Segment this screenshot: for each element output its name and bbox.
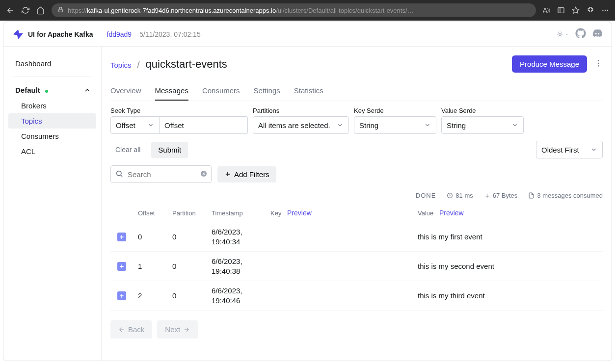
cluster-name: Default bbox=[15, 86, 40, 94]
status-done: DONE bbox=[416, 192, 436, 199]
build-timestamp: 5/11/2023, 07:02:15 bbox=[139, 30, 201, 38]
key-preview-link[interactable]: Preview bbox=[287, 209, 312, 217]
value-serde-label: Value Serde bbox=[441, 107, 524, 114]
expand-row-button[interactable]: + bbox=[117, 233, 126, 241]
search-icon bbox=[115, 170, 123, 179]
clear-search-icon[interactable] bbox=[200, 170, 208, 179]
expand-row-button[interactable]: + bbox=[117, 291, 126, 300]
stat-time: 81 ms bbox=[447, 192, 473, 199]
cell-value: this is my second event bbox=[418, 262, 600, 270]
browser-collections-icon[interactable] bbox=[557, 6, 565, 14]
breadcrumb-separator: / bbox=[137, 60, 140, 70]
tab-overview[interactable]: Overview bbox=[110, 81, 141, 101]
table-header: Offset Partition Timestamp Key Preview V… bbox=[110, 204, 603, 222]
cluster-toggle[interactable]: Default bbox=[3, 82, 101, 98]
partitions-value: All items are selected. bbox=[258, 121, 330, 130]
sidebar-item-acl[interactable]: ACL bbox=[3, 144, 101, 159]
chevron-down-icon bbox=[337, 122, 344, 129]
cell-partition: 0 bbox=[172, 291, 212, 300]
url-path: /ui/clusters/Default/all-topics/quicksta… bbox=[276, 7, 413, 14]
value-preview-link[interactable]: Preview bbox=[439, 209, 464, 217]
add-filters-label: Add Filters bbox=[234, 170, 269, 179]
browser-chrome: https://kafka-ui.gentlerock-7fad94d6.nor… bbox=[0, 0, 615, 21]
product-name: UI for Apache Kafka bbox=[28, 30, 93, 38]
col-partition: Partition bbox=[172, 209, 212, 217]
stats-row: DONE 81 ms 67 Bytes 3 messages consumed bbox=[110, 192, 603, 199]
cell-partition: 0 bbox=[172, 262, 212, 270]
col-value: Value Preview bbox=[418, 209, 600, 217]
tab-consumers[interactable]: Consumers bbox=[202, 81, 240, 101]
chevron-down-icon bbox=[590, 146, 597, 153]
more-actions-icon[interactable] bbox=[594, 59, 603, 69]
browser-refresh-icon[interactable] bbox=[22, 6, 29, 14]
svg-point-4 bbox=[602, 10, 603, 11]
cell-partition: 0 bbox=[172, 233, 212, 241]
sidebar-item-consumers[interactable]: Consumers bbox=[3, 129, 101, 144]
expand-row-button[interactable]: + bbox=[117, 262, 126, 271]
produce-message-button[interactable]: Produce Message bbox=[512, 55, 587, 73]
cell-timestamp: 6/6/2023, 19:40:46 bbox=[212, 286, 270, 305]
tab-statistics[interactable]: Statistics bbox=[294, 81, 323, 101]
url-bar[interactable]: https://kafka-ui.gentlerock-7fad94d6.nor… bbox=[52, 3, 536, 17]
sort-order-select[interactable]: Oldest First bbox=[536, 141, 603, 158]
partitions-label: Partitions bbox=[253, 107, 349, 114]
browser-favorite-icon[interactable] bbox=[572, 6, 580, 14]
stat-consumed: 3 messages consumed bbox=[528, 192, 603, 199]
sidebar-divider bbox=[13, 77, 91, 77]
clear-all-button[interactable]: Clear all bbox=[110, 143, 145, 156]
cell-value: this is my first event bbox=[418, 233, 600, 241]
browser-home-icon[interactable] bbox=[36, 6, 45, 15]
download-icon bbox=[484, 192, 490, 199]
svg-rect-1 bbox=[558, 8, 564, 13]
plus-icon bbox=[224, 171, 231, 178]
col-timestamp: Timestamp bbox=[212, 209, 270, 217]
sidebar-item-topics[interactable]: Topics bbox=[8, 113, 96, 129]
col-key: Key Preview bbox=[270, 209, 418, 217]
page-title: quickstart-events bbox=[146, 58, 227, 71]
seek-type-select[interactable]: Offset bbox=[110, 116, 160, 134]
main-content: Topics / quickstart-events Produce Messa… bbox=[102, 47, 612, 361]
chevron-down-icon bbox=[511, 122, 518, 129]
svg-point-6 bbox=[607, 10, 608, 11]
sidebar-dashboard[interactable]: Dashboard bbox=[3, 55, 101, 72]
file-icon bbox=[528, 192, 535, 199]
pagination: Back Next bbox=[110, 320, 603, 338]
cluster-status-dot bbox=[45, 90, 48, 93]
cell-offset: 0 bbox=[138, 233, 172, 241]
messages-table: Offset Partition Timestamp Key Preview V… bbox=[110, 204, 603, 311]
version-link[interactable]: fdd9ad9 bbox=[107, 30, 132, 38]
breadcrumb-parent[interactable]: Topics bbox=[110, 61, 132, 69]
chevron-down-icon bbox=[147, 122, 154, 129]
svg-point-11 bbox=[117, 171, 121, 176]
tab-settings[interactable]: Settings bbox=[254, 81, 280, 101]
browser-read-aloud-icon[interactable]: A)) bbox=[543, 6, 550, 14]
pager-next-label: Next bbox=[165, 325, 180, 334]
theme-toggle-icon[interactable] bbox=[557, 31, 569, 38]
browser-extensions-icon[interactable] bbox=[587, 6, 594, 14]
cell-timestamp: 6/6/2023, 19:40:38 bbox=[212, 257, 270, 276]
svg-rect-0 bbox=[59, 9, 63, 12]
svg-point-9 bbox=[598, 63, 599, 64]
pager-next-button[interactable]: Next bbox=[157, 320, 198, 338]
header-right bbox=[557, 28, 603, 40]
tab-messages[interactable]: Messages bbox=[155, 81, 188, 101]
sidebar-item-brokers[interactable]: Brokers bbox=[3, 98, 101, 113]
table-row: +006/6/2023, 19:40:34this is my first ev… bbox=[110, 222, 603, 252]
seek-offset-input[interactable]: Offset bbox=[160, 116, 248, 134]
app-logo[interactable]: UI for Apache Kafka bbox=[12, 28, 93, 40]
search-box bbox=[110, 165, 212, 183]
key-serde-select[interactable]: String bbox=[354, 116, 436, 134]
submit-button[interactable]: Submit bbox=[151, 142, 188, 158]
app-window: UI for Apache Kafka fdd9ad9 5/11/2023, 0… bbox=[3, 22, 612, 361]
browser-back-icon[interactable] bbox=[6, 6, 15, 15]
browser-menu-icon[interactable] bbox=[601, 6, 609, 14]
search-input[interactable] bbox=[110, 165, 212, 183]
partitions-select[interactable]: All items are selected. bbox=[253, 116, 349, 134]
arrow-left-icon bbox=[118, 326, 125, 333]
pager-back-button[interactable]: Back bbox=[110, 320, 152, 338]
add-filters-button[interactable]: Add Filters bbox=[217, 166, 276, 182]
discord-icon[interactable] bbox=[592, 28, 603, 40]
key-serde-value: String bbox=[359, 121, 378, 130]
value-serde-select[interactable]: String bbox=[441, 116, 524, 134]
github-icon[interactable] bbox=[575, 28, 586, 40]
